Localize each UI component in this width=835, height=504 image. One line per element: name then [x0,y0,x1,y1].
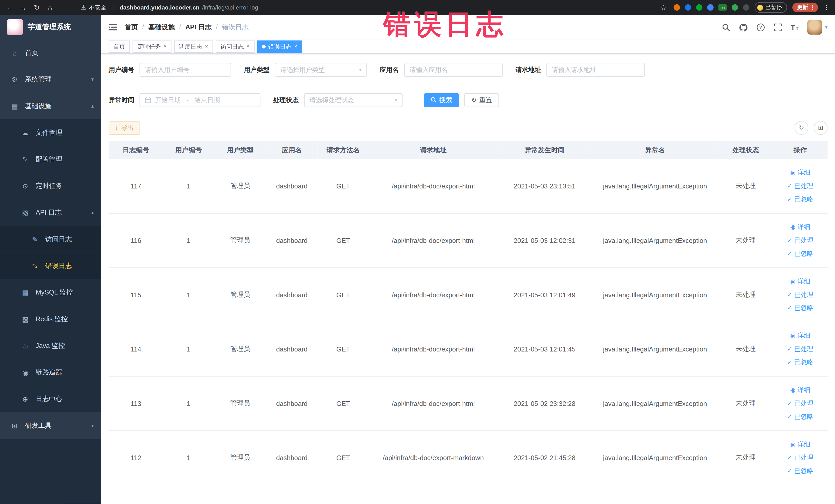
user-menu[interactable]: ▾ [808,20,828,35]
bookmark-star-icon[interactable]: ☆ [659,3,668,11]
action-详细[interactable]: ◉详细 [775,329,826,343]
github-icon[interactable] [739,23,748,31]
sidebar-item-log-center[interactable]: ⊕日志中心 [0,386,101,412]
eye-icon: ◉ [790,329,795,343]
action-已处理[interactable]: ✓已处理 [775,288,826,301]
extension-icon-leaf[interactable] [732,4,738,11]
action-已忽略[interactable]: ✓已忽略 [775,193,826,206]
action-已处理[interactable]: ✓已处理 [775,343,826,356]
action-详细[interactable]: ◉详细 [775,221,826,234]
request-url-input[interactable] [547,63,645,77]
table-body: 1171管理员dashboardGET/api/infra/db-doc/exp… [108,159,828,485]
search-icon[interactable] [722,23,730,31]
tab-label: 首页 [114,42,125,50]
close-icon[interactable]: × [294,44,297,49]
cell-method: GET [317,213,369,268]
extension-icons: on [674,4,749,11]
breadcrumb-separator: / [179,23,181,31]
extension-icon-blue-drop[interactable] [685,4,691,11]
action-已忽略[interactable]: ✓已忽略 [775,410,826,423]
address-bar[interactable]: ⚠ 不安全 | dashboard.yudao.iocoder.cn/infra… [81,3,258,11]
sidebar-item-config[interactable]: ✎配置管理 [0,146,101,173]
action-已忽略[interactable]: ✓已忽略 [775,356,826,369]
breadcrumb-item[interactable]: 基础设施 [148,23,175,32]
chevron-down-icon: ▾ [395,98,397,103]
cell-id: 115 [108,267,163,322]
browser-refresh-icon[interactable]: ↻ [32,3,41,11]
browser-back-icon[interactable]: ← [5,3,15,11]
sidebar-item-label: 错误日志 [45,261,72,270]
help-icon[interactable]: ? [757,23,765,31]
sidebar-item-label: 文件管理 [36,128,62,137]
action-已处理[interactable]: ✓已处理 [775,397,826,410]
action-详细[interactable]: ◉详细 [775,438,826,451]
browser-menu-icon[interactable]: ⋮ [823,4,830,11]
fullscreen-icon[interactable] [774,23,781,31]
status-select[interactable]: 请选择处理状态 ▾ [304,93,403,107]
browser-update-button[interactable]: 更新 ⋮ [792,3,818,12]
browser-home-icon[interactable]: ⌂ [45,3,55,11]
exception-time-range[interactable]: 开始日期 - 结束日期 [140,93,261,107]
action-已忽略[interactable]: ✓已忽略 [775,301,826,315]
breadcrumb: 首页/基础设施/API 日志/错误日志 [124,23,248,32]
close-icon[interactable]: × [246,44,249,49]
sidebar-item-error-log[interactable]: ✎错误日志 [0,253,101,279]
breadcrumb-separator: / [142,23,144,31]
action-已忽略[interactable]: ✓已忽略 [775,247,826,261]
browser-forward-icon[interactable]: → [19,3,28,11]
sidebar-item-file[interactable]: ☁文件管理 [0,119,101,146]
close-icon[interactable]: × [163,44,167,49]
filter-label-exception-time: 异常时间 [108,96,134,104]
close-icon[interactable]: × [205,44,208,49]
tab-首页[interactable]: 首页 [108,40,130,53]
sidebar-item-mysql[interactable]: ▦MySQL 监控 [0,279,101,306]
font-size-icon[interactable]: TT [791,23,798,31]
breadcrumb-item[interactable]: 首页 [124,23,138,32]
search-button[interactable]: 搜索 [424,93,459,107]
user-type-select[interactable]: 请选择用户类型 ▾ [274,63,367,77]
user-id-input[interactable] [140,63,231,77]
action-label: 详细 [797,275,810,288]
sidebar-item-access-log[interactable]: ✎访问日志 [0,226,101,253]
extension-icon-blue-grid[interactable] [707,4,714,11]
tab-定时任务[interactable]: 定时任务× [133,40,171,53]
page-content: 用户编号 用户类型 请选择用户类型 ▾ 应用名 [101,54,835,504]
cell-app-name: dashboard [266,322,317,377]
extension-icon-paw[interactable] [743,4,749,11]
export-button[interactable]: ↓ 导出 [108,121,140,135]
reset-button[interactable]: ↻ 重置 [464,93,499,107]
action-已处理[interactable]: ✓已处理 [775,234,826,247]
refresh-table-button[interactable]: ↻ [794,121,808,135]
logo-row[interactable]: 芋道管理系统 [0,15,101,39]
cell-app-name: dashboard [266,430,317,485]
action-详细[interactable]: ◉详细 [775,384,826,397]
tab-错误日志[interactable]: 错误日志× [257,40,302,53]
app-name-input[interactable] [404,63,503,77]
sidebar-item-home[interactable]: ⌂首页 [0,40,101,66]
sidebar-item-task[interactable]: ⊙定时任务 [0,173,101,199]
sidebar-item-devtools[interactable]: ⊞研发工具▾ [0,412,101,439]
tab-访问日志[interactable]: 访问日志× [216,40,254,53]
action-已忽略[interactable]: ✓已忽略 [775,464,826,478]
sidebar-item-infra[interactable]: ▤基础设施▴ [0,93,101,119]
action-详细[interactable]: ◉详细 [775,166,826,180]
action-label: 已忽略 [794,410,813,423]
extension-icon-on-badge[interactable]: on [718,4,727,11]
action-已处理[interactable]: ✓已处理 [775,451,826,464]
sidebar-item-redis[interactable]: ▩Redis 监控 [0,306,101,332]
extension-icon-green-circle[interactable] [696,4,702,11]
extension-icon-orange[interactable] [674,4,680,11]
paused-extension-pill[interactable]: 已暂停 [755,2,787,13]
columns-toggle-button[interactable]: ⊞ [814,121,828,135]
check-icon: ✓ [787,301,792,315]
cell-time: 2021-05-03 23:13:51 [497,159,592,213]
sidebar-item-system[interactable]: ⚙系统管理▾ [0,66,101,93]
breadcrumb-item[interactable]: API 日志 [185,23,211,32]
action-详细[interactable]: ◉详细 [775,275,826,288]
sidebar-item-trace[interactable]: ◉链路追踪 [0,359,101,386]
hamburger-icon[interactable] [108,23,117,31]
sidebar-item-api-log[interactable]: ▧API 日志▴ [0,199,101,226]
tab-调度日志[interactable]: 调度日志× [174,40,213,53]
action-已处理[interactable]: ✓已处理 [775,180,826,193]
sidebar-item-java[interactable]: ☕Java 监控 [0,332,101,359]
